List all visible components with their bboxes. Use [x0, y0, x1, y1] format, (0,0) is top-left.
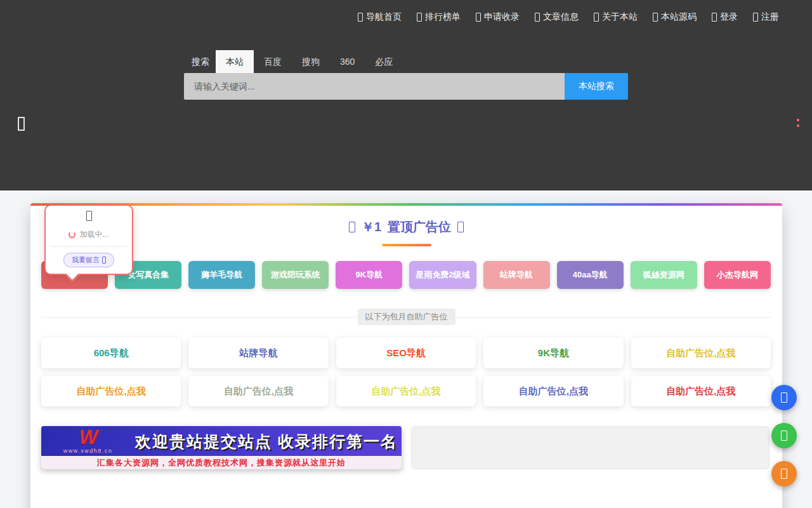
loading-text: 加载中... — [79, 229, 108, 240]
nav-label: 注册 — [761, 11, 779, 23]
source-icon — [653, 13, 658, 22]
nav-label: 本站源码 — [661, 11, 697, 23]
nav-label: 登录 — [720, 11, 738, 23]
submit-icon — [476, 13, 481, 22]
top-ad-pill[interactable]: 站牌导航 — [483, 261, 550, 289]
main-content-card: ￥1 置顶广告位 加载中... 我要留言 女写真合集 薅羊毛导航 游戏陪玩系统 … — [30, 203, 782, 508]
monthly-ad-card[interactable]: SEO导航 — [336, 338, 476, 368]
monthly-ad-card[interactable]: 自助广告位,点我 — [631, 376, 771, 406]
nav-label: 关于本站 — [602, 11, 638, 23]
monthly-ad-card[interactable]: 9K导航 — [483, 338, 623, 368]
tab-local-site[interactable]: 本站 — [216, 50, 254, 73]
top-ad-pill[interactable]: 星雨免费2级域 — [409, 261, 476, 289]
monthly-ad-card[interactable]: 自助广告位,点我 — [483, 376, 623, 406]
loading-spinner-icon — [69, 231, 75, 238]
loading-tooltip: 加载中... 我要留言 — [44, 204, 133, 275]
monthly-ad-card[interactable]: 自助广告位,点我 — [336, 376, 476, 406]
nav-label: 排行榜单 — [425, 11, 461, 23]
home-icon — [358, 13, 363, 22]
tooltip-divider — [51, 246, 127, 247]
message-icon — [102, 257, 106, 264]
monthly-divider-label: 以下为包月自助广告位 — [358, 309, 455, 325]
banner-logo: W www.xwdh8.cn — [45, 427, 131, 454]
top-ad-pill[interactable]: 小杰导航网 — [704, 261, 771, 289]
tab-baidu[interactable]: 百度 — [254, 50, 292, 73]
top-ad-pill[interactable]: 40aa导航 — [557, 261, 624, 289]
monthly-ad-grid: 606导航 站牌导航 SEO导航 9K导航 自助广告位,点我 自助广告位,点我 … — [41, 338, 771, 406]
monthly-ad-card[interactable]: 自助广告位,点我 — [631, 338, 771, 368]
search-section-label: 搜索 — [184, 50, 216, 73]
monthly-ad-card[interactable]: 606导航 — [41, 338, 181, 368]
top-ad-title: ￥1 置顶广告位 — [30, 218, 782, 236]
search-engine-tabs: 搜索 本站 百度 搜狗 360 必应 — [184, 50, 403, 73]
article-icon — [535, 13, 540, 22]
floating-buttons — [771, 385, 797, 486]
banner-logo-url: www.xwdh8.cn — [45, 448, 131, 454]
service-icon — [781, 392, 787, 403]
ad-price: ￥1 — [362, 218, 381, 236]
top-navigation: 导航首页 排行榜单 申请收录 文章信息 关于本站 本站源码 登录 注册 — [358, 11, 779, 23]
float-chat-button[interactable] — [771, 423, 797, 448]
nav-item-ranking[interactable]: 排行榜单 — [417, 11, 461, 23]
nav-item-login[interactable]: 登录 — [712, 11, 738, 23]
top-ad-pill[interactable]: 薅羊毛导航 — [188, 261, 255, 289]
decor-dots — [797, 119, 799, 127]
search-input[interactable] — [184, 73, 565, 100]
top-ad-pill[interactable]: 狐絲资源网 — [631, 261, 697, 289]
float-service-button[interactable] — [771, 385, 797, 410]
banner-logo-letter: W — [45, 427, 131, 448]
register-icon — [753, 13, 758, 22]
nav-item-articles[interactable]: 文章信息 — [535, 11, 579, 23]
nav-item-register[interactable]: 注册 — [753, 11, 779, 23]
nav-label: 文章信息 — [543, 11, 579, 23]
back-to-top-icon — [781, 469, 787, 479]
chat-icon — [781, 431, 787, 441]
tab-360[interactable]: 360 — [330, 50, 365, 73]
banner-headline: 欢迎贵站提交站点 收录排行第一名 — [135, 431, 398, 452]
header-section: 导航首页 排行榜单 申请收录 文章信息 关于本站 本站源码 登录 注册 — [0, 0, 812, 190]
nav-item-about[interactable]: 关于本站 — [594, 11, 638, 23]
leave-message-label: 我要留言 — [72, 255, 100, 265]
tab-bing[interactable]: 必应 — [365, 50, 403, 73]
bell-icon-left — [349, 222, 355, 232]
top-ad-pill-row: 女写真合集 薅羊毛导航 游戏陪玩系统 9K导航 星雨免费2级域 站牌导航 40a… — [41, 261, 771, 289]
about-icon — [594, 13, 599, 22]
tab-sogou[interactable]: 搜狗 — [292, 50, 330, 73]
tooltip-icon — [51, 211, 127, 224]
monthly-ad-card[interactable]: 自助广告位,点我 — [188, 376, 328, 406]
top-ad-pill[interactable]: 游戏陪玩系统 — [262, 261, 329, 289]
top-ad-pill[interactable]: 9K导航 — [336, 261, 402, 289]
hero-icon — [18, 117, 25, 133]
title-underline — [382, 244, 431, 246]
search-button[interactable]: 本站搜索 — [565, 73, 628, 100]
bell-icon-right — [457, 222, 464, 232]
ad-title-text: 置顶广告位 — [388, 218, 451, 236]
search-bar: 本站搜索 — [184, 73, 628, 100]
empty-ad-placeholder — [411, 426, 769, 469]
nav-item-submit[interactable]: 申请收录 — [476, 11, 520, 23]
monthly-ad-card[interactable]: 自助广告位,点我 — [41, 376, 181, 406]
promo-banner[interactable]: W www.xwdh8.cn 欢迎贵站提交站点 收录排行第一名 汇集各大资源网，… — [41, 426, 402, 469]
float-top-button[interactable] — [771, 461, 797, 486]
monthly-divider: 以下为包月自助广告位 — [30, 309, 782, 325]
nav-item-home[interactable]: 导航首页 — [358, 11, 402, 23]
nav-label: 导航首页 — [366, 11, 402, 23]
login-icon — [712, 13, 717, 22]
nav-item-source[interactable]: 本站源码 — [653, 11, 697, 23]
ranking-icon — [417, 13, 422, 22]
banner-subline: 汇集各大资源网，全网优质教程技术网，搜集资源就从这里开始 — [41, 456, 402, 469]
leave-message-button[interactable]: 我要留言 — [63, 253, 114, 267]
nav-label: 申请收录 — [484, 11, 520, 23]
monthly-ad-card[interactable]: 站牌导航 — [188, 338, 328, 368]
loading-row: 加载中... — [51, 229, 127, 240]
